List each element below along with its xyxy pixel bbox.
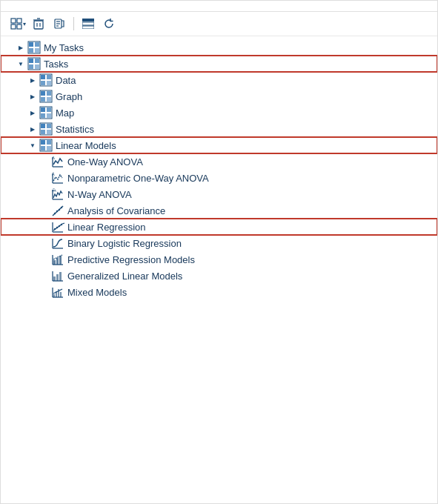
svg-rect-19 [82,26,94,29]
node-icon-tasks [27,57,41,70]
svg-rect-21 [35,42,39,47]
toolbar: ▾ [1,12,437,36]
svg-rect-32 [41,81,45,85]
expand-icon[interactable]: ▶ [16,42,26,53]
svg-rect-36 [47,91,51,96]
svg-point-68 [61,207,62,208]
svg-rect-17 [82,19,94,21]
svg-rect-22 [29,48,33,53]
tree-item-one-way-anova[interactable]: A One-Way ANOVA [1,153,437,170]
svg-rect-87 [53,276,56,281]
node-label-data: Data [56,75,76,86]
svg-rect-88 [56,274,59,281]
expand-icon[interactable]: ▼ [27,140,38,150]
svg-text:m̃: m̃ [52,188,56,193]
tree-item-my-tasks[interactable]: ▶ My Tasks [1,39,437,56]
rename-button[interactable] [50,15,69,33]
tree-container[interactable]: ▶ My Tasks▼ Tasks▶ Data▶ Graph▶ [1,36,437,503]
expand-icon[interactable]: ▶ [27,107,38,118]
svg-point-65 [54,213,56,214]
tree-item-binary-logistic-regression[interactable]: Binary Logistic Regression [1,235,437,251]
svg-point-66 [56,210,58,212]
svg-rect-89 [59,272,62,281]
node-label-nonparametric-one-way-anova: Nonparametric One-Way ANOVA [67,173,209,184]
svg-rect-53 [47,146,51,150]
add-task-button[interactable]: ▾ [8,15,27,33]
tree-item-linear-models[interactable]: ▼ Linear Models [1,137,437,153]
svg-rect-31 [47,75,51,79]
no-expand [39,287,50,297]
svg-rect-40 [41,107,45,112]
svg-rect-1 [11,24,16,29]
expand-icon[interactable]: ▶ [27,75,38,85]
tree-item-predictive-regression[interactable]: Predictive Regression Models [1,251,437,268]
node-icon-linear-models [39,139,53,152]
node-label-predictive-regression: Predictive Regression Models [67,254,195,265]
svg-rect-43 [47,113,51,118]
node-label-analysis-covariance: Analysis of Covariance [67,205,165,216]
svg-rect-47 [41,130,45,134]
svg-rect-28 [35,64,39,69]
node-label-map: Map [56,107,74,119]
tree-item-n-way-anova[interactable]: m̃ N-Way ANOVA [1,186,437,202]
tree-item-map[interactable]: ▶ Map [1,105,437,121]
svg-rect-2 [17,19,21,23]
tree-item-nonparametric-one-way-anova[interactable]: Ā Nonparametric One-Way ANOVA [1,170,437,186]
svg-point-73 [56,227,58,228]
node-label-binary-logistic-regression: Binary Logistic Regression [67,238,182,249]
no-expand [39,238,50,248]
toolbar-divider [73,17,74,30]
tree-item-graph[interactable]: ▶ Graph [1,88,437,105]
tree-item-linear-regression[interactable]: Linear Regression [1,219,437,235]
panel-header [1,1,437,12]
refresh-icon [103,18,115,30]
node-icon-my-tasks [27,41,41,54]
svg-point-67 [59,209,60,210]
svg-rect-30 [41,75,45,79]
node-icon-n-way-anova: m̃ [51,188,64,201]
tree-item-mixed-models[interactable]: Mixed Models [1,284,437,300]
tree-item-analysis-covariance[interactable]: Analysis of Covariance [1,202,437,219]
svg-rect-83 [59,256,62,265]
tree-item-data[interactable]: ▶ Data [1,72,437,88]
no-expand [39,173,50,183]
expand-icon[interactable]: ▶ [27,124,38,134]
svg-point-75 [61,224,62,225]
node-label-graph: Graph [56,91,82,102]
expand-icon[interactable]: ▶ [27,91,38,102]
svg-rect-81 [53,260,56,265]
node-icon-map [39,106,53,119]
node-icon-predictive-regression [51,253,64,266]
node-icon-one-way-anova: A [51,155,64,168]
no-expand [39,271,50,281]
no-expand [39,222,50,232]
svg-rect-51 [47,140,51,145]
svg-point-72 [54,228,56,230]
svg-rect-25 [29,59,33,63]
delete-button[interactable] [29,15,48,33]
tree-item-generalized-linear[interactable]: Generalized Linear Models [1,268,437,284]
add-task-arrow: ▾ [23,21,26,27]
node-icon-statistics [39,122,53,136]
svg-rect-27 [29,64,33,69]
refresh-button[interactable] [99,15,119,33]
svg-text:Ā: Ā [52,172,55,176]
node-icon-linear-regression [51,220,64,233]
svg-rect-35 [41,91,45,96]
svg-rect-33 [47,81,51,85]
svg-rect-18 [82,22,94,25]
node-icon-generalized-linear [51,269,64,282]
node-icon-data [39,73,53,87]
node-icon-binary-logistic-regression [51,236,64,250]
svg-rect-26 [35,59,39,63]
svg-line-76 [62,223,64,224]
view-button[interactable] [79,15,98,33]
expand-icon[interactable]: ▼ [16,59,26,69]
node-label-mixed-models: Mixed Models [67,287,127,298]
svg-rect-50 [41,140,45,145]
node-label-statistics: Statistics [56,124,94,135]
tree-item-statistics[interactable]: ▶ Statistics [1,121,437,137]
tree-item-tasks[interactable]: ▼ Tasks [1,56,437,72]
no-expand [39,189,50,199]
rename-icon [54,19,64,29]
